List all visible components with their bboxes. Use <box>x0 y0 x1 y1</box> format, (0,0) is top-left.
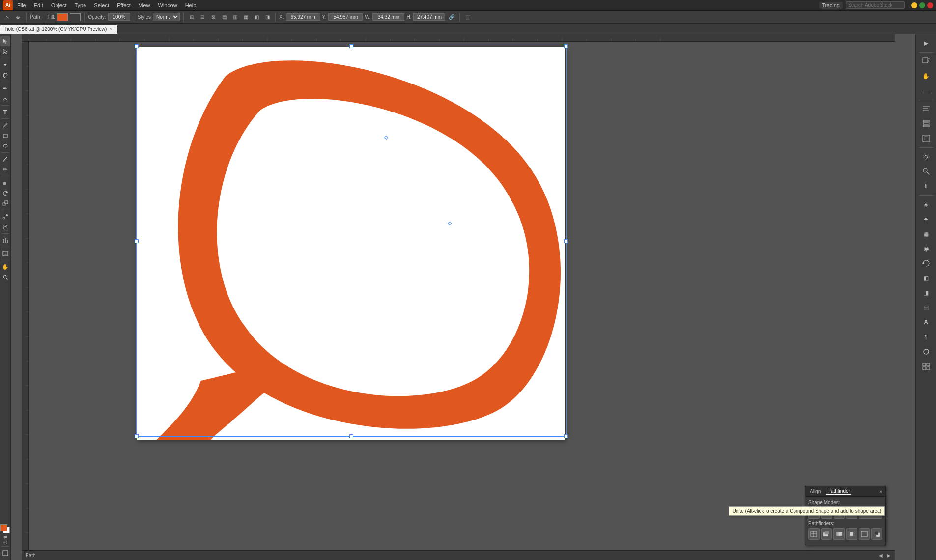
selection-tool[interactable] <box>0 36 10 46</box>
align-icon-7[interactable]: ◧ <box>252 13 261 22</box>
play-icon[interactable]: ▶ <box>917 36 935 50</box>
menu-item-edit[interactable]: Edit <box>30 1 47 9</box>
clubs-icon[interactable]: ♣ <box>917 212 935 226</box>
link-proportions-icon[interactable]: 🔗 <box>447 13 456 22</box>
paintbrush-tool[interactable] <box>0 154 10 164</box>
artboard-tool[interactable] <box>0 249 10 258</box>
lines-icon[interactable]: ▤ <box>917 301 935 314</box>
divide-button[interactable] <box>808 528 820 540</box>
opacity-input[interactable] <box>108 13 130 21</box>
merge-button[interactable] <box>833 528 845 540</box>
menu-item-window[interactable]: Window <box>155 1 181 9</box>
stroke-swatch[interactable] <box>70 13 81 21</box>
circle-icon[interactable]: ◉ <box>917 242 935 255</box>
tab-close-button[interactable]: × <box>110 27 112 32</box>
search-icon[interactable] <box>917 165 935 178</box>
selection-tool-icon[interactable]: ↖ <box>3 13 12 22</box>
swap-colors-icon[interactable]: ⇄ <box>3 534 7 539</box>
minus-back-button[interactable] <box>871 528 882 540</box>
pathfinder-tab[interactable]: Pathfinder <box>826 488 851 495</box>
type-tool[interactable]: T <box>0 107 10 117</box>
scroll-left-button[interactable]: ◀ <box>879 553 883 558</box>
settings-icon[interactable] <box>917 150 935 164</box>
document-tab[interactable]: hole (CS6).ai @ 1200% (CMYK/GPU Preview)… <box>0 24 118 34</box>
menu-item-view[interactable]: View <box>135 1 154 9</box>
w-input[interactable] <box>372 13 404 21</box>
stroke-icon[interactable] <box>917 345 935 359</box>
pen-tool[interactable]: ✒ <box>0 84 10 93</box>
half-circle-right-icon[interactable]: ◨ <box>917 286 935 300</box>
line-tool[interactable] <box>0 120 10 130</box>
h-input[interactable] <box>413 13 445 21</box>
crop-button[interactable] <box>846 528 857 540</box>
minus-icon[interactable]: — <box>917 84 935 98</box>
fill-swatch[interactable] <box>57 13 68 21</box>
menu-item-file[interactable]: File <box>14 1 29 9</box>
ellipse-tool[interactable] <box>0 141 10 151</box>
scroll-right-button[interactable]: ▶ <box>887 553 891 558</box>
align-icon-5[interactable]: ▥ <box>230 13 239 22</box>
info-icon[interactable]: ℹ <box>917 179 935 193</box>
outline-button[interactable] <box>859 528 870 540</box>
paragraph-icon[interactable]: ¶ <box>917 330 935 344</box>
minimize-button[interactable] <box>911 2 917 8</box>
align-icon-3[interactable]: ⊠ <box>209 13 218 22</box>
search-input[interactable] <box>846 1 905 9</box>
x-input[interactable] <box>286 13 320 21</box>
direct-select-icon[interactable]: ⬙ <box>14 13 23 22</box>
grid-icon[interactable]: ▦ <box>917 227 935 241</box>
close-button[interactable] <box>927 2 933 8</box>
panel-expand-icon[interactable]: » <box>879 489 882 494</box>
transform-options-icon[interactable]: ⬚ <box>463 13 472 22</box>
magic-wand-tool[interactable]: ✦ <box>0 60 10 70</box>
column-graph-tool[interactable] <box>0 235 10 245</box>
align-icon-4[interactable]: ▤ <box>220 13 228 22</box>
hand-tool[interactable]: ✋ <box>0 262 10 272</box>
align-icon-2[interactable]: ⊟ <box>198 13 207 22</box>
symbol-sprayer-tool[interactable] <box>0 222 10 232</box>
menu-item-type[interactable]: Type <box>71 1 90 9</box>
direct-select-tool[interactable] <box>0 47 10 56</box>
properties-icon[interactable]: ◈ <box>917 197 935 211</box>
curvature-tool[interactable] <box>0 94 10 104</box>
type-icon[interactable]: A <box>917 315 935 329</box>
canvas-background[interactable] <box>29 42 915 550</box>
color-swatches[interactable] <box>0 524 10 534</box>
align-icon[interactable] <box>917 102 935 116</box>
menu-item-select[interactable]: Select <box>90 1 113 9</box>
handle-bottom-right[interactable] <box>564 434 568 438</box>
hand-icon[interactable]: ✋ <box>917 69 935 83</box>
menu-item-object[interactable]: Object <box>48 1 70 9</box>
styles-dropdown[interactable]: Normal <box>153 13 180 21</box>
rectangle-tool[interactable] <box>0 131 10 140</box>
artboard-icon[interactable] <box>917 132 935 145</box>
zoom-tool[interactable] <box>0 272 10 282</box>
artboard[interactable] <box>137 47 565 440</box>
workspace-label[interactable]: Tracing <box>819 2 843 9</box>
half-circle-left-icon[interactable]: ◧ <box>917 271 935 285</box>
align-icon-6[interactable]: ▦ <box>241 13 250 22</box>
handle-top-right[interactable] <box>564 44 568 48</box>
align-icon-1[interactable]: ⊞ <box>187 13 196 22</box>
change-screen-mode[interactable] <box>0 548 10 558</box>
handle-middle-right[interactable] <box>564 239 568 243</box>
transform-icon[interactable] <box>917 55 935 68</box>
scale-tool[interactable] <box>0 198 10 208</box>
eraser-tool[interactable] <box>0 178 10 188</box>
menu-item-help[interactable]: Help <box>182 1 200 9</box>
menu-item-effect[interactable]: Effect <box>113 1 134 9</box>
rotate-tool[interactable] <box>0 188 10 198</box>
y-input[interactable] <box>328 13 363 21</box>
pencil-tool[interactable]: ✏ <box>0 165 10 174</box>
canvas-area[interactable]: Align Pathfinder » Shape Modes: <box>11 34 915 560</box>
lasso-tool[interactable] <box>0 70 10 80</box>
align-icon-8[interactable]: ◨ <box>263 13 272 22</box>
add-icon[interactable] <box>917 360 935 373</box>
default-colors-icon[interactable]: ◎ <box>3 540 7 545</box>
layers-icon[interactable] <box>917 117 935 131</box>
blend-tool[interactable] <box>0 212 10 222</box>
repeat-icon[interactable] <box>917 256 935 270</box>
maximize-button[interactable] <box>919 2 925 8</box>
trim-button[interactable] <box>821 528 832 540</box>
align-tab[interactable]: Align <box>808 488 822 495</box>
